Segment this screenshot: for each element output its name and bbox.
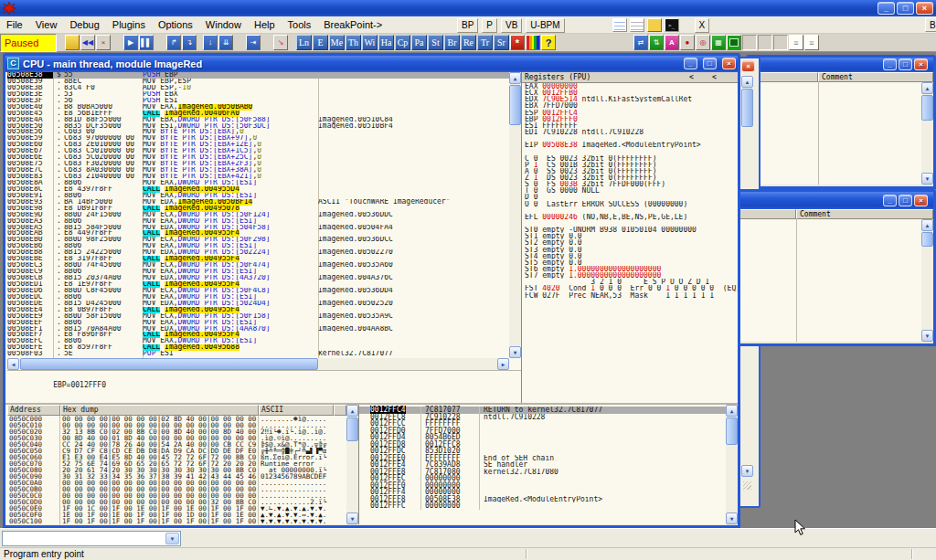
step-over-button[interactable]: ↴ (182, 35, 197, 50)
animate-into-button[interactable]: ↓ (203, 35, 218, 50)
stack-row[interactable]: 0012FFE47C839AD8SE handler (359, 461, 726, 469)
scroll-thumb[interactable] (921, 95, 933, 121)
menu-help[interactable]: Help (248, 17, 282, 32)
record-button[interactable]: ● (680, 35, 695, 50)
document-icon[interactable] (630, 18, 644, 32)
toolbar-Me-button[interactable]: Me (329, 35, 345, 50)
scroll-down-icon[interactable]: ▼ (346, 512, 358, 524)
scroll-down-icon[interactable]: ▼ (921, 173, 933, 185)
scrollbar[interactable]: ▲ ▼ (921, 82, 933, 185)
open-folder-icon[interactable] (647, 18, 662, 32)
disassembly-pane[interactable]: 00508E38$55PUSH EBP00508E39.8BECMOV EBP,… (7, 72, 509, 358)
menu-tools[interactable]: Tools (282, 17, 318, 32)
options-button[interactable]: * (510, 35, 525, 50)
plugin-bp-button[interactable]: BP (457, 18, 478, 33)
register-line[interactable]: D 0 (522, 194, 738, 200)
disasm-row[interactable]: 00508EF1.8B15 70A84A00MOV EDX,DWORD PTR … (7, 326, 509, 333)
dump-row[interactable]: 0050C00000 00 00 00|00 00 00 00|02 8D 40… (7, 416, 346, 422)
menu-plugins[interactable]: Plugins (106, 17, 152, 32)
stack-row[interactable]: 0012FFC47C817077RETURN to kernel32.7C817… (359, 407, 726, 414)
disasm-row[interactable]: 00508EFC.8B06MOV EAX,DWORD PTR DS:[ESI] (7, 338, 509, 344)
register-line[interactable]: 3 2 1 0 E S P U O Z D I (522, 279, 738, 285)
toolbar-Re-button[interactable]: Re (461, 35, 476, 50)
disasm-row[interactable]: 00508E75.C683 F3020000 00MOV BYTE PTR DS… (7, 161, 509, 167)
column-header-blank[interactable] (739, 209, 796, 219)
stack-row[interactable]: 0012FFEC00000000 (359, 475, 726, 482)
disassembly-scrollbar[interactable]: ▲ ▼ (509, 72, 521, 358)
menu-options[interactable]: Options (152, 17, 199, 32)
register-line[interactable]: EBX 7FFD7000 (522, 102, 738, 109)
disasm-row[interactable]: 00508EC3.8B0D 74F45000MOV ECX,DWORD PTR … (7, 262, 509, 269)
update-button[interactable]: ⇅ (649, 35, 664, 50)
notes-window-button[interactable]: ≡ (804, 35, 819, 50)
disasm-row[interactable]: 00508E91.8B06MOV EAX,DWORD PTR DS:[ESI] (7, 193, 509, 199)
toolbar-Ha-button[interactable]: Ha (378, 35, 394, 50)
disasm-row[interactable]: 00508E45.E8 56B1EFFFCALL ImageRed.00406F… (7, 111, 509, 117)
plugin-close-button[interactable]: X (695, 18, 710, 33)
command-combobox[interactable]: ▼ (2, 531, 181, 546)
close-button[interactable]: × (916, 2, 933, 15)
dropdown-arrow-icon[interactable]: ▼ (165, 533, 179, 544)
register-line[interactable]: ST0 empty -UNORM B938 01050104 00000000 (522, 227, 738, 233)
empty-slot-2-button[interactable] (758, 35, 772, 50)
register-line[interactable]: ESI FFFFFFFF (522, 122, 738, 129)
plugin-ubpm-button[interactable]: U-BPM (526, 18, 564, 33)
scroll-down-icon[interactable]: ▼ (921, 330, 933, 342)
console-icon[interactable]: >_ (665, 18, 679, 32)
toolbar-Th-button[interactable]: Th (346, 35, 361, 50)
cpu-window[interactable]: C CPU - main thread, module ImageRed _ □… (3, 53, 740, 528)
register-line[interactable] (522, 135, 738, 142)
disasm-row[interactable]: 00508EAB.E8 4497F8FFCALL ImageRed.004955… (7, 230, 509, 237)
register-line[interactable]: FST 4020 Cond 1 0 0 0 Err 0 0 1 0 0 0 0 … (522, 285, 738, 291)
toolbar-Ln-button[interactable]: Ln (296, 35, 312, 50)
disasm-row[interactable]: 00508EBE.E8 3197F8FFCALL ImageRed.004955… (7, 256, 509, 262)
maximize-button[interactable]: □ (899, 195, 912, 206)
disasm-row[interactable]: 00508E60.C683 2E010000 00MOV BYTE PTR DS… (7, 142, 509, 148)
minimize-button[interactable]: _ (684, 58, 697, 69)
comment-window-middle[interactable]: _ □ × Comment ▲ ▼ (737, 189, 936, 346)
stack-row[interactable]: 0012FFC87C910228ntdll.7C910228 (359, 414, 726, 421)
disasm-row[interactable]: 00508EC9.8B06MOV EAX,DWORD PTR DS:[ESI] (7, 269, 509, 275)
stack-row[interactable]: 0012FFCCFFFFFFFF (359, 420, 726, 428)
stack-row[interactable]: 0012FFD07FFD7000 (359, 428, 726, 435)
toolbar-E-button[interactable]: E (313, 35, 328, 50)
register-line[interactable]: EAX 00000000 (522, 83, 738, 90)
register-line[interactable] (522, 207, 738, 214)
disasm-row[interactable]: 00508EE9.8B0D 58F15000MOV ECX,DWORD PTR … (7, 313, 509, 320)
stack-row[interactable]: 0012FFD80012FFC8 (359, 441, 726, 449)
disasm-row[interactable]: 00508F03.5EPOP ESIkernel32.7C817077 (7, 351, 509, 357)
register-line[interactable]: Z 1 DS 0023 32bit 0(FFFFFFFF) (522, 174, 738, 181)
cpu-window-titlebar[interactable]: C CPU - main thread, module ImageRed _ □… (5, 55, 739, 72)
dump-pane[interactable]: AddressHex dumpASCII 0050C00000 00 00 00… (7, 405, 346, 524)
clipped-button[interactable]: B (925, 17, 936, 32)
help-button[interactable]: ? (541, 35, 556, 50)
stack-row[interactable]: 0012FFFC00000000 (359, 502, 726, 510)
disasm-row[interactable]: 00508E8A.8B06MOV EAX,DWORD PTR DS:[ESI] (7, 180, 509, 186)
scroll-thumb[interactable] (20, 358, 318, 370)
execute-till-return-button[interactable]: ⇥ (246, 35, 261, 50)
dump-row[interactable]: 0050C1001F 00 1F 00|1F 00 1F 00|1F 00 1F… (7, 518, 346, 524)
register-line[interactable]: C 0 ES 0023 32bit 0(FFFFFFFF) (522, 155, 738, 162)
disasm-row[interactable]: 00508E59.C683 97000000 00MOV BYTE PTR DS… (7, 135, 509, 142)
dump-row[interactable]: 0050C0D000 00 00 00|00 00 00 00|00 00 00… (7, 499, 346, 505)
assemble-button[interactable]: A (665, 35, 679, 50)
menu-file[interactable]: File (0, 17, 29, 32)
stack-row[interactable]: 0012FFE87C817080kernel32.7C817080 (359, 469, 726, 476)
dump-row[interactable]: 0050C0E01F 00 1C 00|1F 00 1E 00|1F 00 1E… (7, 505, 346, 512)
disasm-row[interactable]: 00508EB6.8B06MOV EAX,DWORD PTR DS:[ESI] (7, 243, 509, 249)
register-line[interactable]: EDX 7C90E514 ntdll.KiFastSystemCallRet (522, 96, 738, 102)
disasm-row[interactable]: 00508ED6.8B0D C8F45000MOV ECX,DWORD PTR … (7, 288, 509, 294)
close-program-button[interactable]: × (96, 35, 111, 50)
disasm-row[interactable]: 00508EDC.8B06MOV EAX,DWORD PTR DS:[ESI] (7, 294, 509, 301)
stack-row[interactable]: 0012FFE0FFFFFFFFEnd of SEH chain (359, 455, 726, 462)
scroll-thumb[interactable] (741, 89, 753, 127)
trace-log-button[interactable]: ◎ (696, 35, 710, 50)
scroll-up-icon[interactable]: ▲ (726, 405, 738, 417)
toolbar-Cp-button[interactable]: Cp (395, 35, 410, 50)
disasm-row[interactable]: 00508E98.E8 DB91F8FFCALL ImageRed.004950… (7, 206, 509, 212)
scroll-right-icon[interactable]: ▶ (497, 358, 509, 370)
register-line[interactable]: ST1 empty 0.0 (522, 233, 738, 239)
menu-window[interactable]: Window (199, 17, 248, 32)
scroll-down-icon[interactable]: ▼ (726, 512, 738, 524)
register-line[interactable]: ST2 empty 0.0 (522, 239, 738, 246)
